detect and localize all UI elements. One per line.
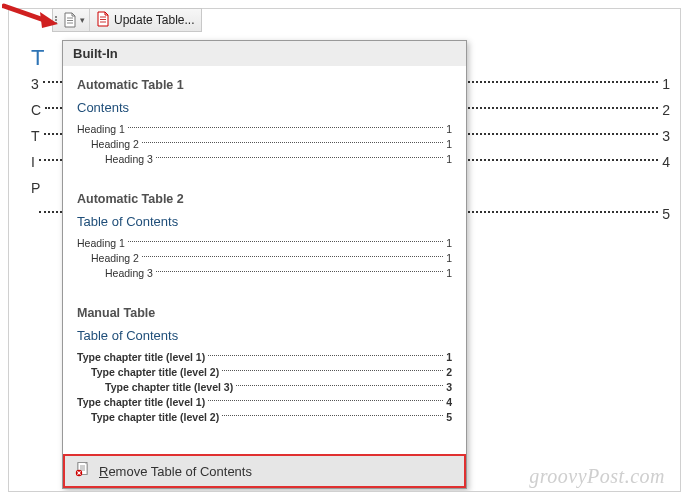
leader-dots <box>142 142 443 143</box>
toc-entry: Heading 21 <box>77 136 452 151</box>
gallery-item-title: Manual Table <box>77 306 452 320</box>
toc-entry-label: Heading 3 <box>105 153 153 165</box>
toc-entry-label: Heading 2 <box>91 138 139 150</box>
bg-page: 1 <box>662 76 670 92</box>
toc-entry: Heading 31 <box>77 151 452 166</box>
toc-entry-page: 1 <box>446 267 452 279</box>
leader-dots <box>128 241 443 242</box>
bg-char: C <box>31 102 41 118</box>
toc-entry-label: Type chapter title (level 3) <box>105 381 233 393</box>
toc-entry-page: 2 <box>446 366 452 378</box>
refresh-page-icon <box>96 11 110 30</box>
toc-entry-page: 1 <box>446 252 452 264</box>
bg-page: 4 <box>662 154 670 170</box>
leader-dots <box>208 355 443 356</box>
bg-char <box>31 206 35 222</box>
app-frame: T 31 C2 T3 I4 P 5 Built-In Automatic Tab… <box>8 8 681 492</box>
leader-dots <box>236 385 443 386</box>
bg-char: T <box>31 45 44 71</box>
toc-entry: Heading 11 <box>77 121 452 136</box>
toc-heading: Contents <box>77 100 452 115</box>
toc-entry: Heading 31 <box>77 265 452 280</box>
toc-entry: Type chapter title (level 1)4 <box>77 394 452 409</box>
page-icon <box>63 12 77 28</box>
toc-entry: Type chapter title (level 2)5 <box>77 409 452 424</box>
gallery-item-title: Automatic Table 1 <box>77 78 452 92</box>
toc-entry-page: 1 <box>446 138 452 150</box>
bg-char: 3 <box>31 76 39 92</box>
toc-entry: Type chapter title (level 1)1 <box>77 349 452 364</box>
bg-page: 5 <box>662 206 670 222</box>
toc-dropdown-button[interactable]: ▾ <box>59 9 90 31</box>
update-table-button[interactable]: Update Table... <box>90 9 201 31</box>
leader-dots <box>222 415 443 416</box>
toc-heading: Table of Contents <box>77 328 452 343</box>
toc-entry-page: 1 <box>446 237 452 249</box>
toc-entry-page: 1 <box>446 351 452 363</box>
toc-entry-page: 3 <box>446 381 452 393</box>
remove-icon <box>75 461 91 481</box>
leader-dots <box>222 370 443 371</box>
toc-entry-label: Heading 2 <box>91 252 139 264</box>
toc-entry: Type chapter title (level 3)3 <box>77 379 452 394</box>
remove-toc-label: Remove Table of Contents <box>99 464 252 479</box>
toc-entry-label: Heading 1 <box>77 237 125 249</box>
toc-entry-label: Type chapter title (level 1) <box>77 396 205 408</box>
toc-entry: Heading 21 <box>77 250 452 265</box>
chevron-down-icon: ▾ <box>80 15 85 25</box>
bg-char: P <box>31 180 40 196</box>
toc-entry-page: 4 <box>446 396 452 408</box>
toc-entry-label: Type chapter title (level 2) <box>91 366 219 378</box>
remove-toc-menu-item[interactable]: Remove Table of Contents <box>63 454 466 488</box>
toc-entry-label: Heading 3 <box>105 267 153 279</box>
toc-entry-page: 1 <box>446 153 452 165</box>
toc-entry-page: 5 <box>446 411 452 423</box>
toc-entry: Heading 11 <box>77 235 452 250</box>
toc-mini-toolbar: ▾ Update Table... <box>52 8 202 32</box>
toc-heading: Table of Contents <box>77 214 452 229</box>
leader-dots <box>208 400 443 401</box>
gallery-item-title: Automatic Table 2 <box>77 192 452 206</box>
toc-gallery-dropdown: Built-In Automatic Table 1 Contents Head… <box>62 40 467 489</box>
bg-char: I <box>31 154 35 170</box>
toc-entry-label: Type chapter title (level 2) <box>91 411 219 423</box>
toc-entry-label: Type chapter title (level 1) <box>77 351 205 363</box>
bg-char: T <box>31 128 40 144</box>
gallery-section-header: Built-In <box>63 41 466 66</box>
svg-line-13 <box>4 6 44 20</box>
leader-dots <box>142 256 443 257</box>
bg-page: 3 <box>662 128 670 144</box>
toc-entry: Type chapter title (level 2)2 <box>77 364 452 379</box>
svg-marker-14 <box>40 12 58 28</box>
update-table-label: Update Table... <box>114 13 195 27</box>
gallery-item-automatic-1[interactable]: Automatic Table 1 Contents Heading 11Hea… <box>77 78 452 166</box>
toc-entry-page: 1 <box>446 123 452 135</box>
callout-arrow <box>2 2 58 36</box>
gallery-item-manual[interactable]: Manual Table Table of Contents Type chap… <box>77 306 452 424</box>
leader-dots <box>156 271 443 272</box>
leader-dots <box>128 127 443 128</box>
bg-page: 2 <box>662 102 670 118</box>
leader-dots <box>156 157 443 158</box>
gallery-item-automatic-2[interactable]: Automatic Table 2 Table of Contents Head… <box>77 192 452 280</box>
toc-entry-label: Heading 1 <box>77 123 125 135</box>
